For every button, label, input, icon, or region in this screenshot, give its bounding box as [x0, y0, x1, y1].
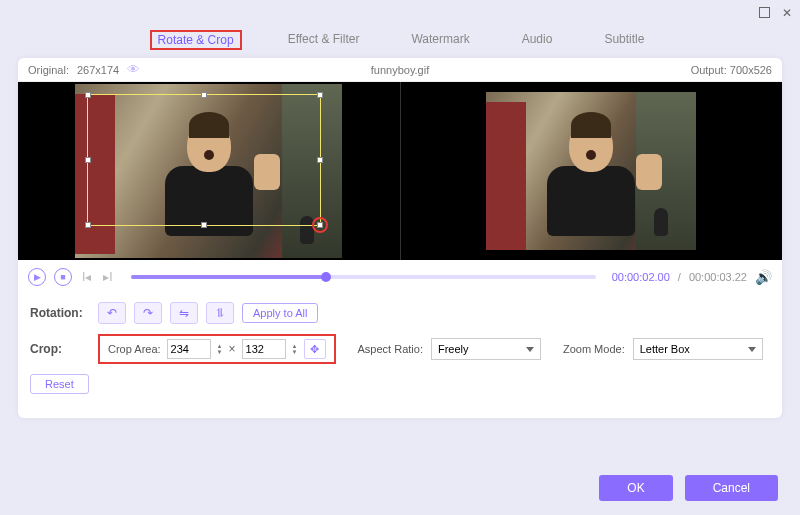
crop-handle-left[interactable]: [85, 157, 91, 163]
flip-vertical-button[interactable]: ⥮: [206, 302, 234, 324]
tab-watermark[interactable]: Watermark: [405, 30, 475, 50]
volume-icon[interactable]: 🔊: [755, 269, 772, 285]
crop-handle-right[interactable]: [317, 157, 323, 163]
ok-button[interactable]: OK: [599, 475, 672, 501]
zoom-mode-label: Zoom Mode:: [563, 343, 625, 355]
rotation-label: Rotation:: [30, 306, 90, 320]
close-icon[interactable]: [782, 3, 792, 21]
aspect-ratio-label: Aspect Ratio:: [358, 343, 423, 355]
time-sep: /: [678, 271, 681, 283]
time-total: 00:00:03.22: [689, 271, 747, 283]
crop-width-spinner[interactable]: ▲▼: [217, 343, 223, 355]
crop-handle-top-right[interactable]: [317, 92, 323, 98]
crop-box[interactable]: [87, 94, 321, 226]
original-value: 267x174: [77, 64, 119, 76]
eye-icon[interactable]: 👁: [127, 62, 140, 77]
rotate-right-button[interactable]: ↷: [134, 302, 162, 324]
crop-handle-bottom[interactable]: [201, 222, 207, 228]
tab-audio[interactable]: Audio: [516, 30, 559, 50]
next-frame-button[interactable]: ▸I: [101, 270, 114, 284]
flip-horizontal-button[interactable]: ⇋: [170, 302, 198, 324]
time-current: 00:00:02.00: [612, 271, 670, 283]
aspect-ratio-select[interactable]: Freely: [431, 338, 541, 360]
editor-panel: Original: 267x174 👁 funnyboy.gif Output:…: [18, 58, 782, 418]
tab-bar: Rotate & Crop Effect & Filter Watermark …: [0, 24, 800, 58]
play-button[interactable]: ▶: [28, 268, 46, 286]
crop-width-input[interactable]: [167, 339, 211, 359]
rotate-left-button[interactable]: ↶: [98, 302, 126, 324]
zoom-mode-select[interactable]: Letter Box: [633, 338, 763, 360]
crop-label: Crop:: [30, 342, 90, 356]
crop-area-group: Crop Area: ▲▼ × ▲▼ ✥: [98, 334, 336, 364]
tab-rotate-crop[interactable]: Rotate & Crop: [150, 30, 242, 50]
output-value: 700x526: [730, 64, 772, 76]
stop-button[interactable]: ■: [54, 268, 72, 286]
times-label: ×: [229, 342, 236, 356]
crop-height-spinner[interactable]: ▲▼: [292, 343, 298, 355]
preview-output: [400, 82, 783, 260]
maximize-icon[interactable]: [759, 7, 770, 18]
crop-height-input[interactable]: [242, 339, 286, 359]
preview-original[interactable]: [18, 82, 400, 260]
cancel-button[interactable]: Cancel: [685, 475, 778, 501]
output-label: Output:: [691, 64, 727, 76]
prev-frame-button[interactable]: I◂: [80, 270, 93, 284]
center-crop-button[interactable]: ✥: [304, 339, 326, 359]
seek-bar[interactable]: [131, 275, 596, 279]
tab-effect-filter[interactable]: Effect & Filter: [282, 30, 366, 50]
tab-subtitle[interactable]: Subtitle: [598, 30, 650, 50]
crop-handle-top-left[interactable]: [85, 92, 91, 98]
crop-handle-top[interactable]: [201, 92, 207, 98]
reset-button[interactable]: Reset: [30, 374, 89, 394]
apply-all-button[interactable]: Apply to All: [242, 303, 318, 323]
crop-area-label: Crop Area:: [108, 343, 161, 355]
crop-handle-bottom-left[interactable]: [85, 222, 91, 228]
filename-label: funnyboy.gif: [228, 64, 572, 76]
original-label: Original:: [28, 64, 69, 76]
